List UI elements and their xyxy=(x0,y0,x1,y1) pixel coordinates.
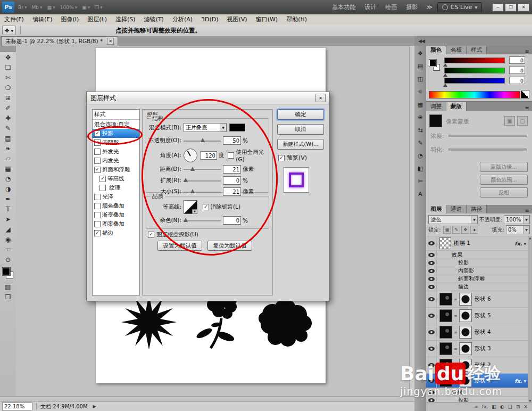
brush-tool-icon[interactable]: ✎ xyxy=(0,123,16,133)
angle-field[interactable]: 120 xyxy=(201,151,217,160)
tab-masks[interactable]: 蒙版 xyxy=(446,102,467,111)
red-value-field[interactable]: 0 xyxy=(509,56,525,64)
arrange-documents-icon[interactable]: ▣▼ xyxy=(82,5,90,10)
tool-preset-picker[interactable]: ✥ ▼ xyxy=(2,26,16,35)
document-tab[interactable]: 未标题-1 @ 22.2% (形状 1, RGB/8) * ✕ xyxy=(1,36,118,46)
layer-fx-badge[interactable]: fx.▼ xyxy=(515,378,529,384)
rectangle-tool-icon[interactable]: ◢ xyxy=(0,224,16,234)
opacity-slider[interactable] xyxy=(184,137,221,144)
color-range-button[interactable]: 颜色范围... xyxy=(480,175,528,185)
add-mask-icon[interactable]: ◧ xyxy=(492,404,496,409)
size-slider[interactable] xyxy=(184,188,221,195)
workspace-button[interactable]: 绘画 xyxy=(381,2,401,12)
zoom-level-field[interactable]: 22.18% xyxy=(2,402,32,410)
lock-pixels-icon[interactable]: ✎ xyxy=(452,226,460,234)
style-item-satin[interactable]: 光泽 xyxy=(93,192,139,201)
fill-field[interactable]: 0%▼ xyxy=(506,225,530,234)
delete-layer-icon[interactable]: ✕ xyxy=(523,404,528,409)
visibility-eye-icon[interactable] xyxy=(426,267,437,275)
feather-slider[interactable] xyxy=(448,149,527,151)
workspace-button[interactable]: 设计 xyxy=(361,2,380,12)
style-item-drop-shadow[interactable]: 投影 xyxy=(93,129,139,138)
lock-position-icon[interactable]: ✥ xyxy=(461,226,469,234)
style-item-texture[interactable]: 纹理 xyxy=(93,183,139,192)
global-light-checkbox[interactable] xyxy=(228,152,234,159)
visibility-eye-icon[interactable] xyxy=(426,275,437,283)
black-white-swatch[interactable] xyxy=(521,90,529,98)
pen-tool-icon[interactable]: ✒ xyxy=(0,194,16,204)
preview-checkbox[interactable] xyxy=(278,155,285,161)
layer-fx-badge[interactable]: fx.▼ xyxy=(515,241,529,246)
distance-field[interactable]: 21 xyxy=(223,165,241,174)
lock-all-icon[interactable]: ∎ xyxy=(470,226,478,234)
spread-slider[interactable] xyxy=(184,177,221,184)
menu-item[interactable]: 分析(A) xyxy=(168,15,197,23)
histogram-panel-icon[interactable]: ▤ xyxy=(415,62,425,70)
layer-thumbnail[interactable] xyxy=(439,293,452,306)
move-tool-icon[interactable]: ✥ xyxy=(0,52,16,62)
set-default-button[interactable]: 设置为默认值 xyxy=(157,241,202,251)
menu-item[interactable]: 选择(S) xyxy=(111,15,140,23)
rectangular-marquee-tool-icon[interactable]: ❏ xyxy=(0,62,16,72)
panel-menu-icon[interactable]: ≡ xyxy=(525,105,532,111)
antialias-checkbox[interactable] xyxy=(203,204,209,210)
view-extras-icon[interactable]: ▦▼ xyxy=(47,5,55,10)
history-panel-icon[interactable]: ⇆ xyxy=(415,126,425,134)
layer-group-icon[interactable]: ❏ xyxy=(508,404,512,409)
new-layer-icon[interactable]: ⊞ xyxy=(516,404,520,409)
healing-brush-tool-icon[interactable]: ✚ xyxy=(0,113,16,123)
character-panel-icon[interactable]: A xyxy=(415,190,425,198)
info-panel-icon[interactable]: ◫ xyxy=(415,75,425,83)
reset-default-button[interactable]: 复位为默认值 xyxy=(207,241,252,251)
vertical-scrollbar[interactable] xyxy=(409,46,414,397)
link-layers-icon[interactable]: ∞ xyxy=(475,404,479,409)
tab-swatches[interactable]: 色板 xyxy=(446,46,467,54)
layer-effect-row[interactable]: 斜面和浮雕 xyxy=(426,275,528,283)
shadow-color-swatch[interactable] xyxy=(229,124,245,131)
3d-rotate-tool-icon[interactable]: ◉ xyxy=(0,234,16,244)
layer-row-layer1[interactable]: 图层 1 fx.▼ xyxy=(426,236,528,251)
menu-item[interactable]: 编辑(E) xyxy=(28,15,57,23)
red-slider[interactable] xyxy=(444,57,505,63)
status-options-arrow[interactable]: ▶ xyxy=(93,404,96,409)
layer-thumbnail[interactable] xyxy=(439,237,451,249)
opacity-field[interactable]: 50 xyxy=(223,136,241,145)
opacity-field[interactable]: 100%▼ xyxy=(504,215,530,224)
minimize-button[interactable]: ─ xyxy=(492,3,504,12)
size-field[interactable]: 21 xyxy=(223,187,241,196)
tools-panel-header[interactable] xyxy=(0,46,16,52)
ps-logo[interactable]: Ps xyxy=(2,2,14,13)
vector-mask-icon[interactable]: ▢ xyxy=(517,116,528,126)
spread-field[interactable]: 0 xyxy=(223,176,241,185)
style-item-outer-glow[interactable]: 外发光 xyxy=(93,147,139,156)
mask-edge-button[interactable]: 蒙版边缘... xyxy=(480,162,528,172)
menu-item[interactable]: 图层(L) xyxy=(83,15,111,23)
tab-adjustments[interactable]: 调整 xyxy=(426,102,446,111)
collapse-panels-icon[interactable]: ◀◀ xyxy=(418,38,425,44)
noise-slider[interactable] xyxy=(184,217,221,224)
pixel-mask-icon[interactable]: ▣ xyxy=(504,116,515,126)
restore-button[interactable]: ❐ xyxy=(505,3,517,12)
distance-slider[interactable] xyxy=(184,166,221,172)
density-slider[interactable] xyxy=(448,135,527,137)
bridge-icon[interactable]: Br▼ xyxy=(18,5,27,10)
zoom-level-dropdown[interactable]: 100%▼ xyxy=(60,5,77,10)
navigator-panel-icon[interactable]: ❖ xyxy=(415,49,425,57)
layer-row-shape[interactable]: ∞ 形状 6 xyxy=(426,291,528,308)
swatches-panel-icon[interactable]: ▦ xyxy=(415,100,425,109)
gradient-tool-icon[interactable]: ▦ xyxy=(0,163,16,174)
lasso-tool-icon[interactable]: ✄ xyxy=(0,72,16,83)
vector-mask-thumbnail[interactable] xyxy=(459,342,472,355)
tab-paths[interactable]: 路径 xyxy=(467,205,487,213)
angle-dial[interactable] xyxy=(184,149,197,162)
dialog-close-icon[interactable]: ✕ xyxy=(315,94,326,102)
mini-bridge-icon[interactable]: Mb▼ xyxy=(32,5,43,10)
style-item-blending-options[interactable]: 混合选项:自定 xyxy=(93,120,139,129)
layer-effect-row[interactable]: 内阴影 xyxy=(426,267,528,275)
menu-item[interactable]: 视图(V) xyxy=(223,15,252,23)
menu-item[interactable]: 文件(F) xyxy=(0,15,28,23)
contour-picker[interactable]: ▼ xyxy=(184,200,197,214)
style-item-gradient-overlay[interactable]: 渐变叠加 xyxy=(93,210,139,219)
type-tool-icon[interactable]: T xyxy=(0,204,16,214)
knockout-checkbox[interactable] xyxy=(148,232,154,238)
